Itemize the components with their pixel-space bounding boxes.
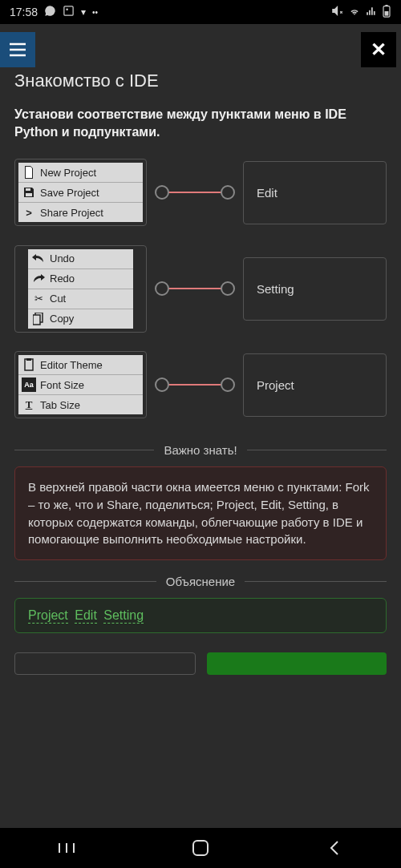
mute-icon	[331, 5, 343, 19]
connector[interactable]	[147, 373, 243, 397]
menu-button[interactable]	[0, 32, 35, 67]
redo-icon	[31, 272, 46, 286]
signal-icon	[366, 6, 377, 19]
important-info-box: В верхней правой части окна имеется меню…	[14, 466, 387, 560]
image-icon	[63, 5, 75, 19]
page-title: Знакомство с IDE	[14, 71, 387, 91]
status-time: 17:58	[10, 6, 38, 18]
section-divider-explanation: Объяснение	[14, 575, 387, 588]
wifi-icon	[348, 6, 361, 19]
bottom-actions	[14, 652, 387, 675]
match-right-card[interactable]: Setting	[243, 257, 387, 321]
explanation-box: Project Edit Setting	[14, 598, 387, 633]
match-left-card[interactable]: Editor Theme AaFont Size TTab Size	[14, 351, 147, 418]
save-icon	[22, 185, 36, 200]
cut-icon: ✂	[31, 292, 46, 306]
explanation-word: Edit	[75, 608, 97, 624]
menu-item-label: Redo	[50, 273, 75, 285]
svg-rect-4	[385, 11, 389, 16]
explanation-word: Project	[28, 608, 68, 624]
match-row: Editor Theme AaFont Size TTab Size Proje…	[14, 341, 387, 429]
svg-point-1	[66, 8, 68, 10]
menu-item-label: Share Project	[40, 207, 103, 219]
file-icon	[22, 165, 36, 180]
undo-icon	[31, 252, 46, 266]
match-row: New Project Save Project >Share Project …	[14, 148, 387, 236]
dots-icon: ••	[92, 8, 98, 17]
svg-rect-11	[193, 841, 208, 855]
match-right-label: Edit	[257, 186, 277, 200]
match-left-card[interactable]: New Project Save Project >Share Project	[14, 159, 147, 226]
recents-button[interactable]	[43, 842, 91, 854]
svg-rect-3	[385, 5, 387, 6]
explanation-word: Setting	[103, 608, 144, 624]
svg-rect-10	[26, 358, 31, 361]
back-button[interactable]	[310, 840, 358, 856]
status-bar: 17:58 ▾ ••	[0, 0, 401, 24]
menu-item-label: Save Project	[40, 187, 99, 199]
primary-button[interactable]	[207, 652, 387, 675]
menu-item-label: Tab Size	[40, 399, 80, 411]
match-row: Undo Redo ✂Cut Copy Setting	[14, 244, 387, 333]
matching-exercise: New Project Save Project >Share Project …	[14, 148, 387, 429]
android-nav-bar	[0, 828, 401, 868]
share-icon: >	[22, 205, 36, 220]
home-button[interactable]	[176, 839, 225, 857]
section-divider-important: Важно знать!	[14, 443, 387, 457]
section-label: Объяснение	[166, 575, 235, 588]
svg-rect-6	[26, 193, 32, 196]
menu-item-label: Font Size	[40, 379, 84, 391]
font-icon: Aa	[22, 377, 36, 392]
whatsapp-icon	[44, 5, 56, 19]
svg-rect-9	[25, 359, 33, 370]
header-bar: ✕	[0, 24, 401, 71]
copy-icon	[31, 312, 46, 326]
task-instruction: Установи соответствие между пунктами мен…	[14, 106, 387, 140]
menu-item-label: New Project	[40, 167, 96, 179]
match-right-label: Setting	[257, 282, 294, 296]
menu-item-label: Undo	[50, 252, 75, 264]
connector[interactable]	[147, 277, 243, 301]
match-right-card[interactable]: Edit	[243, 161, 387, 224]
match-right-label: Project	[257, 378, 294, 392]
match-right-card[interactable]: Project	[243, 353, 387, 417]
svg-rect-0	[64, 6, 73, 15]
close-button[interactable]: ✕	[361, 32, 396, 67]
svg-rect-8	[33, 315, 40, 325]
text-icon: T	[22, 398, 36, 412]
battery-icon	[382, 5, 391, 20]
clipboard-icon	[22, 357, 36, 372]
menu-item-label: Copy	[50, 313, 74, 325]
secondary-button[interactable]	[14, 652, 196, 675]
svg-rect-5	[26, 188, 30, 191]
connector[interactable]	[147, 180, 243, 204]
menu-item-label: Cut	[50, 293, 66, 305]
match-left-card[interactable]: Undo Redo ✂Cut Copy	[14, 245, 147, 333]
section-label: Важно знать!	[164, 443, 237, 457]
menu-item-label: Editor Theme	[40, 359, 103, 371]
down-arrow-icon: ▾	[81, 6, 86, 18]
